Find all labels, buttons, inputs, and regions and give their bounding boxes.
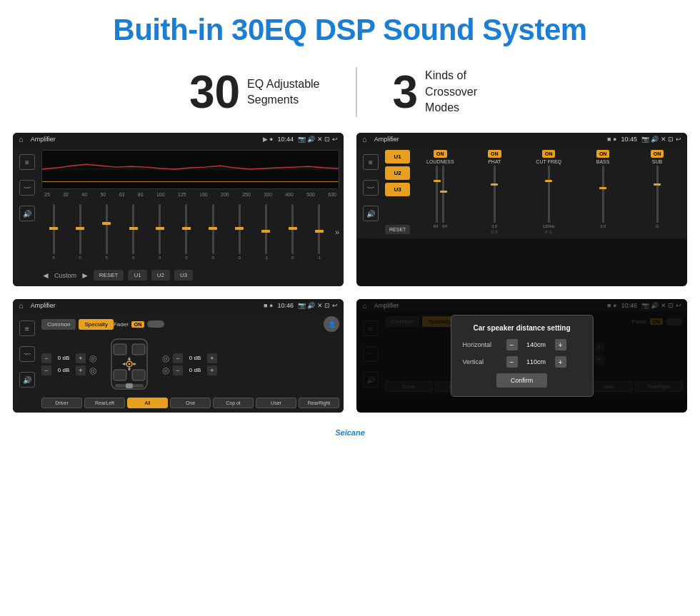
ch-cutfreq-on[interactable]: ON bbox=[542, 150, 556, 158]
db-row-fr: ◎ − 0 dB + bbox=[162, 353, 217, 363]
app-name-2: Amplifier bbox=[374, 136, 603, 143]
ch-bass-on[interactable]: ON bbox=[596, 150, 610, 158]
db-plus-fr[interactable]: + bbox=[207, 353, 217, 363]
eq-slider-7[interactable]: 0 bbox=[227, 200, 251, 264]
ch-bass-slider[interactable]: 3.0 bbox=[600, 166, 606, 234]
fader-on-badge[interactable]: ON bbox=[131, 321, 145, 328]
u3-button-1[interactable]: U3 bbox=[174, 270, 193, 281]
dialog-title: Car speaker distance setting bbox=[463, 324, 581, 332]
time-3: 10:46 bbox=[277, 302, 294, 309]
ch-cutfreq-slider[interactable]: 120Hz F G bbox=[543, 166, 555, 234]
db-plus-fl[interactable]: + bbox=[76, 353, 86, 363]
dialog-vertical-minus[interactable]: − bbox=[506, 356, 518, 368]
eq-sliders: 0 0 5 0 0 0 0 0 -1 0 -1 » bbox=[41, 200, 339, 264]
eq-slider-10[interactable]: -1 bbox=[307, 200, 331, 264]
eq-main: 2532405063 80100125160200 25032040050063… bbox=[41, 150, 339, 282]
eq-slider-1[interactable]: 0 bbox=[68, 200, 92, 264]
btn-rearright[interactable]: RearRight bbox=[299, 398, 339, 408]
db-row-rl: − 0 dB + ◎ bbox=[41, 365, 96, 375]
left-db-controls: − 0 dB + ◎ − 0 dB + ◎ bbox=[41, 353, 96, 375]
db-plus-rl[interactable]: + bbox=[76, 365, 86, 375]
ch-loudness-on[interactable]: ON bbox=[434, 150, 447, 158]
eq-icon-2[interactable]: 〰 bbox=[19, 180, 35, 196]
status-icons-3: 📷 🔊 ✕ ⊡ ↩ bbox=[298, 302, 338, 309]
eq-icon-3[interactable]: 🔊 bbox=[19, 206, 35, 221]
eq-slider-9[interactable]: 0 bbox=[281, 200, 305, 264]
svg-marker-11 bbox=[128, 357, 131, 360]
svg-marker-15 bbox=[122, 363, 125, 365]
db-val-rr: 0 dB bbox=[185, 367, 205, 373]
record-icon-1: ▶ ● bbox=[263, 136, 274, 143]
dialog-vertical-plus[interactable]: + bbox=[555, 356, 566, 368]
db-minus-rr[interactable]: − bbox=[173, 365, 183, 375]
eq-slider-8[interactable]: -1 bbox=[254, 200, 278, 264]
ch-phat-slider[interactable]: 3.0 G F bbox=[491, 166, 498, 234]
fader-sidebar: ≡ 〰 🔊 bbox=[17, 316, 37, 408]
btn-all[interactable]: All bbox=[127, 398, 168, 408]
cross-icon-3[interactable]: 🔊 bbox=[363, 206, 379, 221]
btn-copilot[interactable]: Cop ot bbox=[213, 398, 254, 408]
record-icon-2: ■ ● bbox=[607, 136, 616, 143]
dialog-vertical-value: 110cm bbox=[522, 358, 551, 365]
eq-slider-2[interactable]: 5 bbox=[94, 200, 119, 264]
fader-toggle[interactable] bbox=[147, 320, 164, 328]
home-icon-2[interactable]: ⌂ bbox=[362, 135, 367, 143]
db-plus-rr[interactable]: + bbox=[207, 365, 217, 375]
prev-arrow[interactable]: ◄ bbox=[41, 271, 50, 281]
btn-user[interactable]: User bbox=[256, 398, 296, 408]
dialog-overlay: Car speaker distance setting Horizontal … bbox=[356, 299, 687, 413]
crossover-channels: ON LOUDNESS 6464 ON PHAT bbox=[414, 150, 683, 234]
app-name-3: Amplifier bbox=[31, 302, 259, 309]
dialog-confirm-button[interactable]: Confirm bbox=[496, 373, 548, 388]
fader-main: Common Specialty Fader ON 👤 − bbox=[41, 316, 339, 408]
fader-icon-2[interactable]: 〰 bbox=[19, 346, 35, 362]
speaker-distance-dialog: Car speaker distance setting Horizontal … bbox=[451, 315, 594, 397]
eq-slider-4[interactable]: 0 bbox=[148, 200, 172, 264]
cross-icon-2[interactable]: 〰 bbox=[363, 180, 379, 196]
tab-specialty[interactable]: Specialty bbox=[79, 319, 113, 330]
next-arrow[interactable]: ► bbox=[81, 271, 89, 281]
btn-driver[interactable]: Driver bbox=[41, 398, 82, 408]
fader-icon-1[interactable]: ≡ bbox=[19, 320, 35, 336]
dialog-horizontal-minus[interactable]: − bbox=[506, 339, 518, 350]
crossover-content: ≡ 〰 🔊 U1 U2 U3 RESET ON LOUDNESS bbox=[356, 146, 687, 238]
ch-loudness-slider[interactable]: 6464 bbox=[434, 166, 447, 234]
home-icon-1[interactable]: ⌂ bbox=[19, 135, 24, 143]
dialog-horizontal-value: 140cm bbox=[522, 341, 551, 348]
ch-sub-slider[interactable]: G bbox=[656, 166, 659, 234]
u1-button-1[interactable]: U1 bbox=[128, 270, 146, 281]
dialog-horizontal-plus[interactable]: + bbox=[555, 339, 566, 350]
dialog-horizontal-label: Horizontal bbox=[463, 341, 502, 348]
ch-sub-on[interactable]: ON bbox=[651, 150, 664, 158]
fader-icon-3[interactable]: 🔊 bbox=[19, 372, 35, 388]
db-minus-fl[interactable]: − bbox=[41, 353, 51, 363]
btn-rearleft[interactable]: RearLeft bbox=[84, 398, 125, 408]
btn-one[interactable]: One bbox=[170, 398, 211, 408]
avatar-icon-3[interactable]: 👤 bbox=[324, 316, 339, 332]
db-minus-fr[interactable]: − bbox=[173, 353, 183, 363]
right-db-controls: ◎ − 0 dB + ◎ − 0 dB + bbox=[162, 353, 217, 375]
more-arrow[interactable]: » bbox=[335, 228, 339, 236]
svg-rect-4 bbox=[114, 344, 126, 355]
eq-slider-6[interactable]: 0 bbox=[201, 200, 225, 264]
ch-cutfreq: ON CUT FREQ 120Hz F G bbox=[523, 150, 574, 234]
preset-u2[interactable]: U2 bbox=[385, 166, 410, 180]
eq-icon-1[interactable]: ≡ bbox=[19, 154, 35, 170]
eq-slider-0[interactable]: 0 bbox=[41, 200, 66, 264]
reset-button-2[interactable]: RESET bbox=[385, 225, 410, 234]
u2-button-1[interactable]: U2 bbox=[151, 270, 170, 281]
preset-u1[interactable]: U1 bbox=[385, 150, 410, 163]
db-val-fl: 0 dB bbox=[54, 355, 74, 361]
home-icon-3[interactable]: ⌂ bbox=[19, 301, 24, 310]
db-minus-rl[interactable]: − bbox=[41, 365, 51, 375]
reset-button-1[interactable]: RESET bbox=[94, 270, 124, 281]
statusbar-3: ⌂ Amplifier ■ ● 10:46 📷 🔊 ✕ ⊡ ↩ bbox=[13, 299, 344, 312]
preset-u3[interactable]: U3 bbox=[385, 183, 410, 196]
ch-phat-on[interactable]: ON bbox=[488, 150, 501, 158]
svg-marker-17 bbox=[134, 363, 136, 365]
cross-icon-1[interactable]: ≡ bbox=[363, 154, 379, 170]
eq-slider-3[interactable]: 0 bbox=[121, 200, 146, 264]
crossover-main: U1 U2 U3 RESET ON LOUDNESS bbox=[385, 150, 683, 234]
tab-common[interactable]: Common bbox=[41, 319, 76, 330]
eq-slider-5[interactable]: 0 bbox=[174, 200, 199, 264]
